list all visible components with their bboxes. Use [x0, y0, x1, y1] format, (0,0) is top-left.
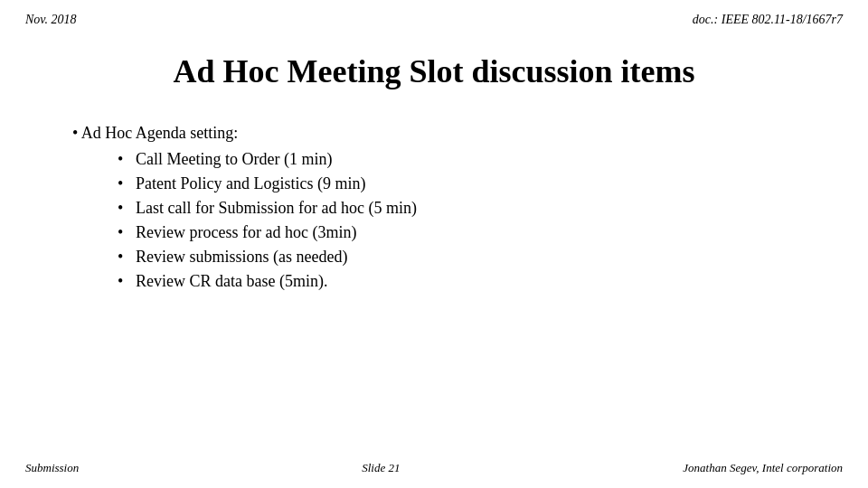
list-item: Patent Policy and Logistics (9 min): [118, 174, 796, 193]
content-section: • Ad Hoc Agenda setting: Call Meeting to…: [0, 91, 868, 291]
list-item: Review submissions (as needed): [118, 248, 796, 267]
title-section: Ad Hoc Meeting Slot discussion items: [0, 27, 868, 91]
list-item-text: Review CR data base (5min).: [136, 272, 327, 290]
list-item-text: Patent Policy and Logistics (9 min): [136, 174, 365, 192]
slide-footer: Submission Slide 21 Jonathan Segev, Inte…: [0, 461, 868, 475]
outer-bullet-label: Ad Hoc Agenda setting:: [81, 124, 238, 142]
list-item-text: Review submissions (as needed): [136, 248, 347, 266]
footer-author: Jonathan Segev, Intel corporation: [683, 461, 843, 475]
list-item-text: Review process for ad hoc (3min): [136, 223, 356, 241]
inner-bullets-list: Call Meeting to Order (1 min) Patent Pol…: [72, 150, 796, 291]
bullet-marker: •: [72, 124, 81, 142]
footer-submission: Submission: [25, 461, 79, 475]
header-doc: doc.: IEEE 802.11-18/1667r7: [693, 13, 843, 27]
slide: Nov. 2018 doc.: IEEE 802.11-18/1667r7 Ad…: [0, 0, 868, 488]
list-item: Call Meeting to Order (1 min): [118, 150, 796, 169]
list-item-text: Last call for Submission for ad hoc (5 m…: [136, 199, 417, 217]
footer-slide-number: Slide 21: [362, 461, 400, 475]
list-item: Review process for ad hoc (3min): [118, 223, 796, 242]
list-item: Review CR data base (5min).: [118, 272, 796, 291]
list-item-text: Call Meeting to Order (1 min): [136, 150, 332, 168]
outer-bullet-item: • Ad Hoc Agenda setting:: [72, 124, 796, 143]
slide-header: Nov. 2018 doc.: IEEE 802.11-18/1667r7: [0, 0, 868, 27]
list-item: Last call for Submission for ad hoc (5 m…: [118, 199, 796, 218]
main-title: Ad Hoc Meeting Slot discussion items: [36, 52, 832, 91]
header-date: Nov. 2018: [25, 13, 77, 27]
